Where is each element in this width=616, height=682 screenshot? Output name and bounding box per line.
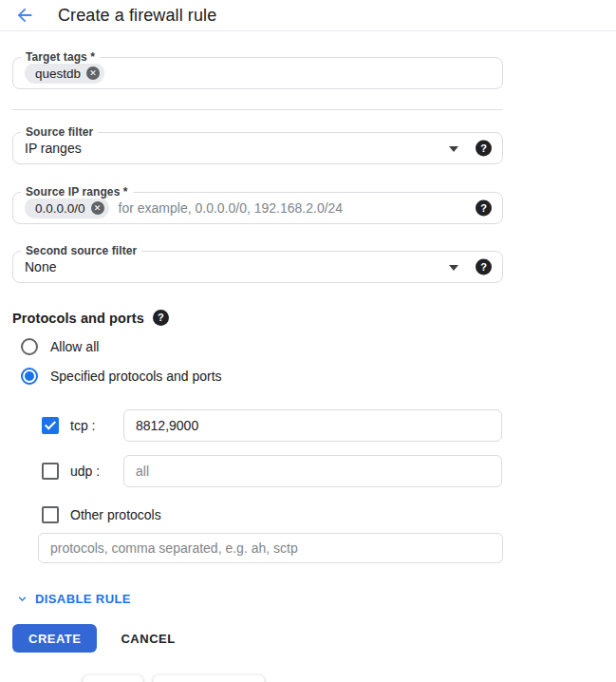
protocols-help-icon[interactable]: ?: [153, 310, 169, 326]
tcp-row: tcp :: [42, 409, 515, 442]
other-protocols-input[interactable]: [38, 533, 503, 563]
radio-icon[interactable]: [21, 368, 38, 385]
radio-icon[interactable]: [21, 338, 38, 355]
udp-row: udp :: [42, 455, 515, 487]
source-filter-value: IP ranges: [25, 141, 82, 156]
action-buttons: CREATE CANCEL: [12, 624, 515, 653]
page-title: Create a firewall rule: [58, 6, 216, 26]
source-ip-help-icon[interactable]: ?: [476, 200, 492, 217]
cancel-button[interactable]: CANCEL: [121, 632, 175, 646]
arrow-left-icon: [14, 5, 35, 26]
radio-allow-all[interactable]: Allow all: [21, 338, 515, 355]
tcp-ports-input[interactable]: [123, 409, 502, 442]
protocols-and-ports-heading: Protocols and ports ?: [12, 310, 515, 326]
radio-allow-all-label: Allow all: [50, 339, 99, 354]
section-divider: [12, 109, 503, 110]
caret-down-icon: [449, 146, 458, 152]
create-firewall-rule-page: Create a firewall rule Target tags * que…: [0, 0, 616, 682]
other-protocols-label: Other protocols: [70, 507, 161, 522]
source-ip-ranges-field[interactable]: Source IP ranges * 0.0.0.0/0 ✕ for examp…: [12, 192, 503, 224]
source-ip-ranges-label: Source IP ranges *: [21, 185, 133, 199]
other-protocols-checkbox[interactable]: [42, 506, 59, 523]
udp-label: udp :: [70, 464, 123, 479]
chevron-down-icon: [15, 592, 29, 606]
source-filter-label: Source filter: [21, 125, 98, 139]
target-tag-chip-text: questdb: [35, 66, 81, 81]
second-source-filter-help-icon[interactable]: ?: [476, 259, 492, 275]
form-content: Target tags * questdb ✕ Source filter IP…: [0, 57, 515, 682]
back-button[interactable]: [13, 4, 36, 27]
second-source-filter-label: Second source filter: [21, 244, 141, 257]
source-ip-placeholder: for example, 0.0.0.0/0, 192.168.2.0/24: [119, 200, 344, 216]
create-button[interactable]: CREATE: [12, 624, 97, 653]
radio-specified-protocols[interactable]: Specified protocols and ports: [21, 368, 515, 385]
command-line-button[interactable]: command line: [153, 674, 265, 682]
udp-ports-input[interactable]: [123, 455, 502, 487]
target-tag-chip: questdb ✕: [25, 63, 104, 84]
remove-tag-icon[interactable]: ✕: [86, 66, 100, 80]
disable-rule-toggle[interactable]: DISABLE RULE: [15, 592, 515, 606]
radio-specified-label: Specified protocols and ports: [50, 369, 222, 384]
target-tags-field[interactable]: Target tags * questdb ✕: [12, 57, 503, 89]
protocols-heading-text: Protocols and ports: [12, 311, 144, 326]
other-protocols-row: Other protocols: [42, 506, 515, 523]
source-ip-chip-text: 0.0.0.0/0: [35, 201, 85, 216]
second-source-filter-value: None: [25, 259, 56, 275]
tcp-checkbox[interactable]: [42, 417, 59, 434]
source-filter-help-icon[interactable]: ?: [476, 141, 492, 157]
source-ip-chip: 0.0.0.0/0 ✕: [25, 198, 109, 218]
second-source-filter-select[interactable]: Second source filter None ?: [12, 251, 503, 283]
equivalent-row: Equivalent: REST command line: [12, 674, 515, 682]
remove-ip-icon[interactable]: ✕: [91, 201, 104, 215]
source-filter-select[interactable]: Source filter IP ranges ?: [12, 132, 503, 164]
caret-down-icon: [449, 265, 458, 271]
rest-button[interactable]: REST: [83, 674, 142, 682]
page-header: Create a firewall rule: [0, 0, 616, 31]
tcp-label: tcp :: [70, 418, 123, 433]
udp-checkbox[interactable]: [42, 463, 59, 480]
target-tags-label: Target tags *: [21, 50, 100, 64]
disable-rule-label: DISABLE RULE: [35, 592, 131, 606]
